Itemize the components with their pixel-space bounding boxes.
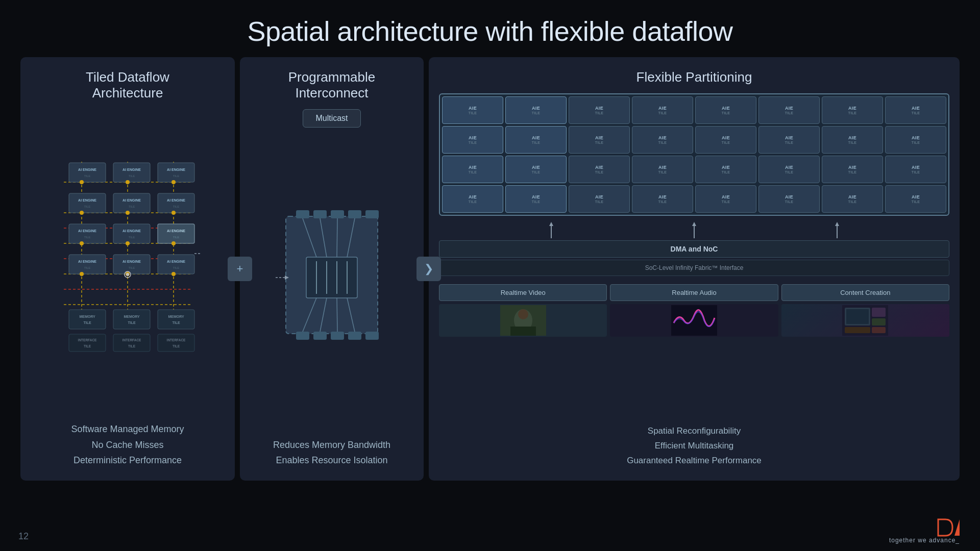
svg-marker-109 <box>692 222 696 226</box>
svg-rect-82 <box>313 210 327 218</box>
svg-rect-29 <box>69 224 106 243</box>
svg-rect-121 <box>872 318 886 325</box>
svg-rect-115 <box>510 327 536 336</box>
svg-text:AI ENGINE: AI ENGINE <box>122 260 141 263</box>
svg-rect-91 <box>306 257 357 298</box>
svg-rect-87 <box>313 332 327 340</box>
usecase-row: Realtime Video Realtime Audio Content Cr… <box>439 284 949 301</box>
svg-rect-41 <box>113 255 150 274</box>
interconnect-svg <box>276 206 388 359</box>
connector-arrow: ❯ <box>416 257 441 281</box>
multicast-label: Multicast <box>303 109 360 128</box>
arrow-up-3 <box>835 222 840 238</box>
panel-tiled-dataflow: Tiled DataflowArchitecture <box>20 57 235 481</box>
panel-flexible-partitioning: Flexible Partitioning AIETILE AIETILE AI… <box>429 57 960 481</box>
aie-tile: AIETILE <box>822 156 883 183</box>
svg-point-66 <box>126 180 130 184</box>
arrow-up-1 <box>549 222 554 238</box>
panel-left-title: Tiled DataflowArchitecture <box>86 69 169 101</box>
svg-text:AI ENGINE: AI ENGINE <box>78 260 96 263</box>
svg-text:TILE: TILE <box>173 205 180 208</box>
aie-tile: AIETILE <box>632 96 693 124</box>
page-title: Spatial architecture with flexible dataf… <box>0 0 980 57</box>
svg-text:MEMORY: MEMORY <box>79 315 95 318</box>
svg-rect-88 <box>331 332 344 340</box>
svg-rect-59 <box>113 334 150 352</box>
svg-rect-84 <box>348 210 361 218</box>
svg-point-69 <box>126 211 130 215</box>
svg-text:AI ENGINE: AI ENGINE <box>78 229 96 233</box>
thumbnails-row <box>439 304 949 337</box>
aie-tile: AIETILE <box>758 126 820 154</box>
svg-rect-86 <box>296 332 309 340</box>
aie-grid: AIETILE AIETILE AIETILE AIETILE AIETILE … <box>439 93 949 216</box>
svg-point-71 <box>80 241 84 245</box>
svg-text:TILE: TILE <box>129 205 135 208</box>
svg-rect-56 <box>69 334 106 352</box>
aie-tile: AIETILE <box>442 185 503 213</box>
right-text-3: Guaranteed Realtime Performance <box>439 454 949 468</box>
tda-diagram: AI ENGINE TILE AI ENGINE TILE AI ENGINE … <box>31 109 225 413</box>
aie-tile: AIETILE <box>758 156 820 183</box>
realtime-audio-btn: Realtime Audio <box>610 284 778 301</box>
aie-tile: AIETILE <box>569 185 630 213</box>
aie-tile: AIETILE <box>695 96 756 124</box>
svg-rect-26 <box>158 193 194 213</box>
svg-rect-32 <box>113 224 150 243</box>
svg-text:INTERFACE: INTERFACE <box>78 338 97 342</box>
svg-marker-107 <box>549 222 553 226</box>
aie-tile: AIETILE <box>758 185 820 213</box>
aie-tile: AIETILE <box>632 185 693 213</box>
svg-rect-120 <box>872 308 886 317</box>
svg-point-76 <box>172 272 176 276</box>
connector-plus: + <box>228 257 252 281</box>
center-text-1: Reduces Memory Bandwidth <box>273 437 390 453</box>
aie-tile: AIETILE <box>505 185 567 213</box>
aie-tile: AIETILE <box>569 156 630 183</box>
svg-text:AI ENGINE: AI ENGINE <box>122 198 141 202</box>
panel-right-bottom: Spatial Reconfigurability Efficient Mult… <box>439 416 949 468</box>
panel-programmable-interconnect: ProgrammableInterconnect Multicast <box>240 57 424 481</box>
interconnect-diagram <box>250 136 413 429</box>
left-text-2: No Cache Misses <box>71 437 184 453</box>
svg-text:AI ENGINE: AI ENGINE <box>122 229 141 233</box>
svg-rect-44 <box>158 255 194 274</box>
audio-thumbnail <box>610 304 778 337</box>
svg-text:INTERFACE: INTERFACE <box>167 338 186 342</box>
svg-point-67 <box>172 180 176 184</box>
panel-left-bottom: Software Managed Memory No Cache Misses … <box>71 413 184 468</box>
svg-marker-111 <box>835 222 839 226</box>
aie-tile: AIETILE <box>695 185 756 213</box>
fp-content: AIETILE AIETILE AIETILE AIETILE AIETILE … <box>439 93 949 468</box>
svg-marker-124 <box>954 519 960 536</box>
panel-right-title: Flexible Partitioning <box>636 69 752 85</box>
svg-rect-35 <box>158 224 194 243</box>
svg-text:INTERFACE: INTERFACE <box>122 338 142 342</box>
svg-rect-116 <box>671 305 717 336</box>
main-content: Tiled DataflowArchitecture <box>0 57 980 481</box>
aie-tile: AIETILE <box>505 126 567 154</box>
svg-text:TILE: TILE <box>128 321 135 324</box>
svg-text:TILE: TILE <box>84 236 91 239</box>
svg-rect-83 <box>331 210 344 218</box>
tda-svg: AI ENGINE TILE AI ENGINE TILE AI ENGINE … <box>54 152 202 371</box>
svg-text:TILE: TILE <box>129 266 135 269</box>
svg-rect-17 <box>158 163 194 182</box>
svg-text:AI ENGINE: AI ENGINE <box>167 168 185 171</box>
svg-text:AI ENGINE: AI ENGINE <box>167 229 185 233</box>
svg-text:TILE: TILE <box>129 174 135 178</box>
svg-text:AI ENGINE: AI ENGINE <box>122 168 141 171</box>
aie-row-3: AIETILE AIETILE AIETILE AIETILE AIETILE … <box>442 156 946 183</box>
svg-point-65 <box>80 180 84 184</box>
svg-text:AI ENGINE: AI ENGINE <box>167 260 185 263</box>
aie-tile: AIETILE <box>442 156 503 183</box>
svg-point-73 <box>172 241 176 245</box>
aie-tile: AIETILE <box>632 126 693 154</box>
aie-tile: AIETILE <box>885 185 946 213</box>
aie-tile: AIETILE <box>822 185 883 213</box>
right-text-2: Efficient Multitasking <box>439 439 949 454</box>
infinity-bar: SoC-Level Infinity Fabric™ Interface <box>439 260 949 276</box>
aie-tile: AIETILE <box>442 126 503 154</box>
svg-point-74 <box>80 272 84 276</box>
svg-rect-123 <box>845 327 870 333</box>
